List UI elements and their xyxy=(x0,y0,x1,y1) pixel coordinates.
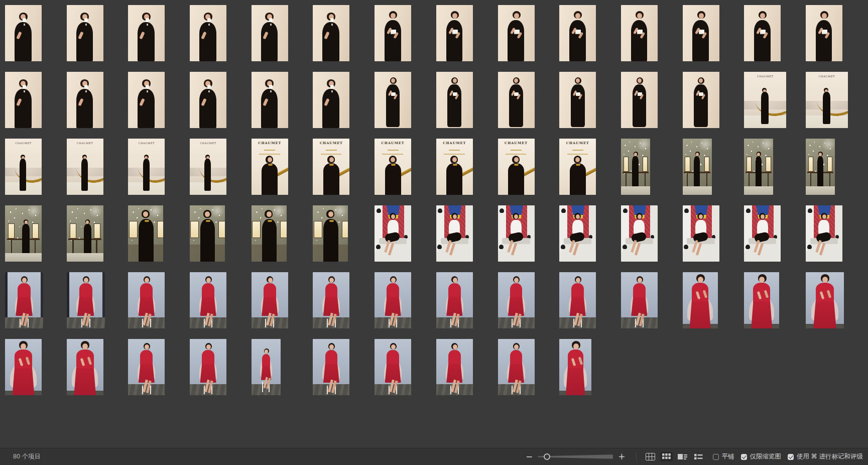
photo-thumbnail[interactable] xyxy=(128,5,165,61)
grid-view-button[interactable] xyxy=(644,451,657,462)
photo-thumbnail[interactable] xyxy=(190,72,226,128)
photo-thumbnail[interactable]: CHAUMET xyxy=(128,139,165,195)
photo-thumbnail[interactable]: CHAUMET xyxy=(498,139,535,195)
photo-thumbnail[interactable] xyxy=(67,205,103,262)
photo-thumbnail[interactable] xyxy=(683,72,719,128)
photo-thumbnail[interactable] xyxy=(436,5,473,61)
photo-thumbnail[interactable] xyxy=(375,5,411,61)
photo-thumbnail[interactable] xyxy=(559,205,596,262)
photo-thumbnail[interactable] xyxy=(67,339,103,395)
photo-thumbnail[interactable] xyxy=(313,5,349,61)
photo-thumbnail[interactable] xyxy=(806,272,844,328)
photo-thumbnail[interactable] xyxy=(683,205,719,262)
photo-prop-3 xyxy=(377,208,381,213)
slider-thumb[interactable] xyxy=(544,453,550,460)
photo-thumbnail[interactable] xyxy=(5,72,42,128)
photo-thumbnail[interactable] xyxy=(498,205,535,262)
thumbnails-only-checkbox[interactable] xyxy=(741,454,747,460)
figure-body xyxy=(138,89,155,128)
photo-thumbnail[interactable] xyxy=(252,5,288,61)
photo-thumbnail[interactable]: CHAUMET xyxy=(5,139,42,195)
photo-thumbnail[interactable] xyxy=(5,272,43,328)
figure-face xyxy=(638,278,642,283)
photo-thumbnail[interactable]: CHAUMET xyxy=(252,139,288,195)
photo-thumbnail[interactable] xyxy=(621,205,658,262)
photo-thumbnail[interactable] xyxy=(252,72,288,128)
photo-thumbnail[interactable] xyxy=(559,5,596,61)
figure-face xyxy=(453,344,457,350)
photo-thumbnail[interactable] xyxy=(128,339,165,395)
photo-thumbnail[interactable] xyxy=(806,5,842,61)
figure-accessory xyxy=(145,220,149,222)
photo-thumbnail[interactable] xyxy=(744,272,779,328)
photo-thumbnail[interactable] xyxy=(128,205,163,262)
photo-thumbnail[interactable] xyxy=(313,72,349,128)
photo-thumbnail[interactable] xyxy=(683,139,712,195)
photo-thumbnail[interactable] xyxy=(436,339,473,395)
photo-thumbnail[interactable] xyxy=(190,205,225,262)
photo-thumbnail[interactable] xyxy=(744,5,781,61)
photo-thumbnail[interactable] xyxy=(67,5,103,61)
photo-thumbnail[interactable] xyxy=(621,272,658,328)
thumbnail-grid-view-button[interactable] xyxy=(660,452,673,461)
photo-thumbnail[interactable] xyxy=(436,205,473,262)
photo-thumbnail[interactable] xyxy=(67,72,103,128)
photo-thumbnail[interactable]: CHAUMET xyxy=(806,72,848,128)
photo-thumbnail[interactable] xyxy=(190,339,226,395)
photo-thumbnail[interactable] xyxy=(498,272,535,328)
photo-thumbnail[interactable] xyxy=(559,339,591,395)
photo-thumbnail[interactable] xyxy=(436,272,473,328)
photo-thumbnail[interactable] xyxy=(375,339,411,395)
photo-thumbnail[interactable] xyxy=(313,272,349,328)
photo-thumbnail[interactable] xyxy=(313,339,349,395)
marking-rating-checkbox[interactable] xyxy=(788,454,794,460)
thumbnail-size-slider[interactable] xyxy=(538,453,613,461)
photo-thumbnail[interactable] xyxy=(375,72,411,128)
photo-thumbnail[interactable] xyxy=(252,205,287,262)
photo-thumbnail[interactable] xyxy=(5,339,42,395)
zoom-out-button[interactable]: − xyxy=(524,452,535,461)
photo-thumbnail[interactable] xyxy=(744,139,773,195)
list-view-button[interactable] xyxy=(692,452,705,461)
photo-thumbnail[interactable] xyxy=(190,5,226,61)
photo-thumbnail[interactable] xyxy=(621,5,658,61)
photo-thumbnail[interactable] xyxy=(498,339,535,395)
photo-thumbnail[interactable] xyxy=(252,339,281,395)
thumbnail-details-view-button[interactable] xyxy=(676,452,689,461)
photo-thumbnail[interactable] xyxy=(128,72,165,128)
tile-checkbox[interactable] xyxy=(713,454,719,460)
photo-thumbnail[interactable] xyxy=(683,272,718,328)
photo-thumbnail[interactable] xyxy=(190,272,226,328)
photo-thumbnail[interactable]: CHAUMET xyxy=(190,139,226,195)
photo-thumbnail[interactable]: CHAUMET xyxy=(559,139,596,195)
photo-thumbnail[interactable] xyxy=(375,272,411,328)
photo-caption: CHAUMET xyxy=(559,142,596,145)
figure-body xyxy=(509,84,523,127)
photo-thumbnail[interactable]: CHAUMET xyxy=(436,139,473,195)
photo-thumbnail[interactable] xyxy=(252,272,288,328)
photo-thumbnail[interactable] xyxy=(436,72,473,128)
photo-thumbnail[interactable]: CHAUMET xyxy=(375,139,411,195)
photo-thumbnail[interactable] xyxy=(683,5,719,61)
photo-thumbnail[interactable] xyxy=(5,5,42,61)
photo-thumbnail[interactable] xyxy=(559,272,596,328)
photo-thumbnail[interactable] xyxy=(5,205,42,262)
photo-thumbnail[interactable] xyxy=(559,72,596,128)
photo-thumbnail[interactable]: CHAUMET xyxy=(313,139,349,195)
photo-thumbnail[interactable] xyxy=(128,272,165,328)
photo-thumbnail[interactable] xyxy=(375,205,411,262)
photo-thumbnail[interactable] xyxy=(313,205,348,262)
photo-thumbnail[interactable] xyxy=(67,272,105,328)
photo-thumbnail[interactable] xyxy=(806,139,835,195)
photo-thumbnail[interactable] xyxy=(621,72,658,128)
photo-thumbnail[interactable] xyxy=(621,139,650,195)
photo-thumbnail[interactable] xyxy=(806,205,842,262)
figure-face xyxy=(268,278,273,283)
photo-thumbnail[interactable]: CHAUMET xyxy=(67,139,103,195)
photo-thumbnail[interactable] xyxy=(498,72,535,128)
figure-accessory xyxy=(206,220,210,222)
photo-thumbnail[interactable] xyxy=(744,205,781,262)
zoom-in-button[interactable]: + xyxy=(616,452,627,461)
photo-thumbnail[interactable]: CHAUMET xyxy=(744,72,786,128)
photo-thumbnail[interactable] xyxy=(498,5,535,61)
